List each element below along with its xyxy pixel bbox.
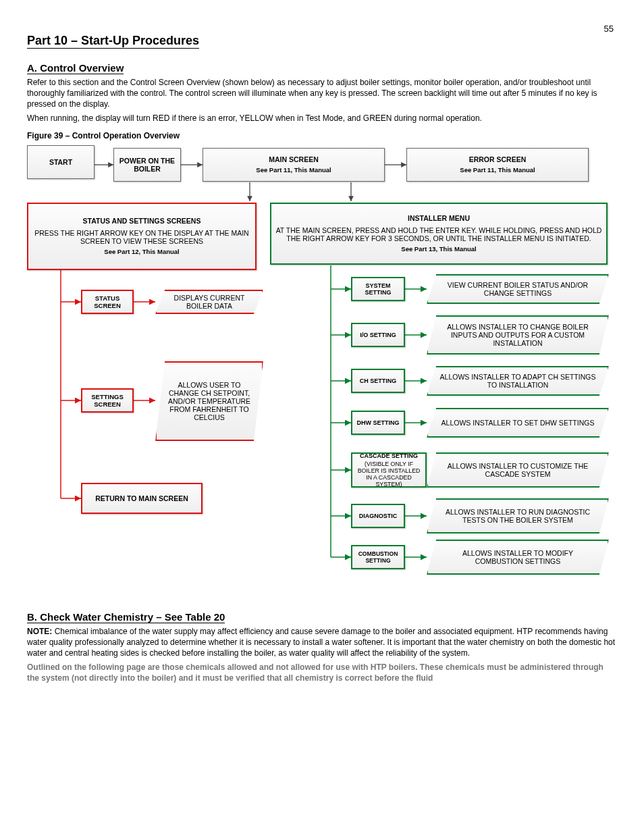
inst-row-1-desc: ALLOWS INSTALLER TO CHANGE BOILER INPUTS… xyxy=(427,315,609,355)
installer-seeref: See Part 13, This Manual xyxy=(401,245,476,253)
status-screen-box: STATUS SCREEN xyxy=(81,290,134,314)
settings-screen-box: SETTINGS SCREEN xyxy=(81,388,134,413)
user-menu-instruction: PRESS THE RIGHT ARROW KEY ON THE DISPLAY… xyxy=(31,229,252,245)
inst-row-0-label: SYSTEM SETTING xyxy=(351,277,405,301)
power-box: POWER ON THE BOILER xyxy=(113,148,181,182)
overview-paragraph-2: When running, the display will turn RED … xyxy=(27,113,617,124)
note-paragraph: NOTE: Chemical imbalance of the water su… xyxy=(27,626,617,659)
inst-row-4-label: CASCADE SETTING (VISIBLE ONLY IF BOILER … xyxy=(351,452,427,488)
section-title: Part 10 – Start-Up Procedures xyxy=(27,34,617,49)
note-label: NOTE: xyxy=(27,627,52,636)
inst-row-3-desc: ALLOWS INSTALLER TO SET DHW SETTINGS xyxy=(427,408,609,438)
installer-menu-instruction: AT THE MAIN SCREEN, PRESS AND HOLD THE E… xyxy=(274,226,603,242)
figure-caption: Figure 39 – Control Operation Overview xyxy=(27,130,617,141)
inst-row-2-desc: ALLOWS INSTALLER TO ADAPT CH SETTINGS TO… xyxy=(427,366,609,396)
inst-row-3-label: DHW SETTING xyxy=(351,411,405,435)
return-main-box: RETURN TO MAIN SCREEN xyxy=(81,483,203,514)
installer-menu-header: INSTALLER MENU AT THE MAIN SCREEN, PRESS… xyxy=(270,203,608,265)
inst-row-5-label: DIAGNOSTIC xyxy=(351,504,405,528)
inst-row-4-desc: ALLOWS INSTALLER TO CUSTOMIZE THE CASCAD… xyxy=(427,452,609,488)
page-number: 55 xyxy=(604,24,614,34)
note-text: Chemical imbalance of the water supply m… xyxy=(27,627,615,658)
overview-paragraph-1: Refer to this section and the Control Sc… xyxy=(27,77,617,110)
inst-row-6-desc: ALLOWS INSTALLER TO MODIFY COMBUSTION SE… xyxy=(427,540,609,575)
error-seeref: See Part 11, This Manual xyxy=(460,166,535,174)
footer-disabled-text: Outlined on the following page are those… xyxy=(27,662,617,683)
main-screen-label: MAIN SCREEN xyxy=(269,155,319,163)
control-operation-diagram: START POWER ON THE BOILER MAIN SCREEN Se… xyxy=(27,145,621,604)
main-seeref: See Part 11, This Manual xyxy=(256,166,331,174)
inst-row-5-desc: ALLOWS INSTALLER TO RUN DIAGNOSTIC TESTS… xyxy=(427,498,609,533)
subsection-a: A. Control Overview xyxy=(27,62,617,74)
inst-row-0-desc: VIEW CURRENT BOILER STATUS AND/OR CHANGE… xyxy=(427,274,609,304)
error-screen-label: ERROR SCREEN xyxy=(469,155,527,163)
start-box: START xyxy=(27,145,95,179)
inst-row-1-label: I/O SETTING xyxy=(351,323,405,347)
settings-screen-desc: ALLOWS USER TO CHANGE CH SETPOINT, AND/O… xyxy=(155,361,263,441)
cascade-note: (VISIBLE ONLY IF BOILER IS INSTALLED IN … xyxy=(355,461,423,488)
error-screen-box: ERROR SCREEN See Part 11, This Manual xyxy=(406,148,589,182)
cascade-label: CASCADE SETTING xyxy=(360,452,418,459)
subsection-b: B. Check Water Chemistry – See Table 20 xyxy=(27,611,617,623)
status-screen-desc: DISPLAYS CURRENT BOILER DATA xyxy=(155,290,263,314)
inst-row-6-label: COMBUSTION SETTING xyxy=(351,545,405,569)
installer-menu-title: INSTALLER MENU xyxy=(408,214,470,222)
inst-row-2-label: CH SETTING xyxy=(351,369,405,393)
main-screen-box: MAIN SCREEN See Part 11, This Manual xyxy=(203,148,385,182)
user-menu-title: STATUS AND SETTINGS SCREENS xyxy=(83,217,201,225)
user-menu-header: STATUS AND SETTINGS SCREENS PRESS THE RI… xyxy=(27,203,257,270)
user-seeref: See Part 12, This Manual xyxy=(104,248,179,255)
